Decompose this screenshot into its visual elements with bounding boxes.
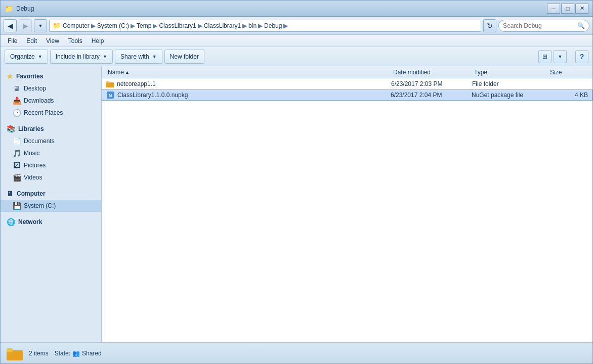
window: 📁 Debug ─ □ ✕ ◀ ▶ ▼ 📁 Computer ▶ System … (0, 0, 593, 364)
file-name-cell: netcoreapp1.1 (106, 80, 391, 88)
favorites-star-icon: ★ (7, 72, 13, 80)
status-bar: 2 items State: 👥 Shared (1, 342, 592, 363)
libraries-icon: 📚 (7, 125, 15, 133)
toolbar: Organize ▼ Include in library ▼ Share wi… (1, 47, 592, 66)
sidebar-item-system-c[interactable]: 💾 System (C:) (1, 200, 101, 212)
col-header-type[interactable]: Type (472, 69, 548, 76)
desktop-icon: 🖥 (13, 84, 21, 93)
col-header-date[interactable]: Date modified (391, 69, 472, 76)
videos-icon: 🎬 (13, 173, 21, 181)
sidebar-item-downloads[interactable]: 📥 Downloads (1, 95, 101, 107)
status-folder-icon (7, 345, 23, 361)
col-header-name[interactable]: Name ▲ (106, 69, 391, 76)
favorites-section: ★ Favorites 🖥 Desktop 📥 Downloads 🕐 Rece… (1, 70, 101, 119)
breadcrumb-drive[interactable]: System (C:) (97, 22, 129, 29)
organize-dropdown-icon: ▼ (38, 54, 43, 59)
state-value: Shared (82, 350, 102, 357)
breadcrumb-classlibrary1b[interactable]: ClassLibrary1 (204, 22, 241, 29)
documents-icon: 📄 (13, 137, 21, 145)
breadcrumb-classlibrary1[interactable]: ClassLibrary1 (159, 22, 196, 29)
file-date-cell: 6/23/2017 2:03 PM (391, 80, 472, 87)
file-type-cell: NuGet package file (472, 92, 547, 99)
menu-view[interactable]: View (42, 36, 63, 46)
file-area: Name ▲ Date modified Type Size (102, 66, 592, 342)
sidebar-item-music[interactable]: 🎵 Music (1, 147, 101, 159)
nuget-icon: N (106, 91, 114, 99)
organize-button[interactable]: Organize ▼ (5, 50, 48, 64)
menu-bar: File Edit View Tools Help (1, 35, 592, 47)
file-row[interactable]: netcoreapp1.1 6/23/2017 2:03 PM File fol… (102, 78, 592, 89)
col-header-size[interactable]: Size (548, 69, 588, 76)
share-dropdown-icon: ▼ (152, 54, 157, 59)
maximize-button[interactable]: □ (561, 4, 574, 14)
libraries-section: 📚 Libraries 📄 Documents 🎵 Music 🖼 Pictur… (1, 123, 101, 184)
file-type-cell: File folder (472, 80, 548, 87)
search-icon[interactable]: 🔍 (577, 22, 585, 29)
sidebar-item-pictures[interactable]: 🖼 Pictures (1, 159, 101, 171)
column-headers: Name ▲ Date modified Type Size (102, 66, 592, 78)
menu-edit[interactable]: Edit (22, 36, 41, 46)
forward-button[interactable]: ▶ (19, 19, 32, 32)
sidebar-item-desktop[interactable]: 🖥 Desktop (1, 82, 101, 95)
toolbar-separator (571, 51, 571, 63)
address-path[interactable]: 📁 Computer ▶ System (C:) ▶ Temp ▶ ClassL… (49, 20, 481, 32)
refresh-button[interactable]: ↻ (483, 19, 496, 32)
recent-places-icon: 🕐 (13, 109, 21, 117)
item-count: 2 items (29, 350, 49, 357)
favorites-header[interactable]: ★ Favorites (1, 70, 101, 82)
drive-icon: 💾 (13, 202, 21, 210)
sidebar-item-recent-places[interactable]: 🕐 Recent Places (1, 107, 101, 119)
help-button[interactable]: ? (575, 50, 588, 63)
file-name-cell: N ClassLibrary1.1.0.0.nupkg (106, 91, 391, 99)
new-folder-button[interactable]: New folder (164, 50, 204, 64)
window-title: Debug (16, 5, 34, 12)
computer-header[interactable]: 🖥 Computer (1, 188, 101, 200)
breadcrumb-debug[interactable]: Debug (264, 22, 282, 29)
folder-icon (106, 80, 114, 88)
search-input[interactable] (503, 22, 575, 29)
sidebar-item-videos[interactable]: 🎬 Videos (1, 171, 101, 184)
sidebar: ★ Favorites 🖥 Desktop 📥 Downloads 🕐 Rece… (1, 66, 102, 342)
view-dropdown-button[interactable]: ▼ (554, 50, 567, 63)
share-with-button[interactable]: Share with ▼ (115, 50, 162, 64)
sidebar-item-documents[interactable]: 📄 Documents (1, 135, 101, 147)
network-header[interactable]: 🌐 Network (1, 216, 101, 228)
close-button[interactable]: ✕ (575, 4, 588, 14)
music-icon: 🎵 (13, 149, 21, 157)
breadcrumb-temp[interactable]: Temp (137, 22, 151, 29)
menu-file[interactable]: File (4, 36, 21, 46)
main-content: ★ Favorites 🖥 Desktop 📥 Downloads 🕐 Rece… (1, 66, 592, 342)
file-row[interactable]: N ClassLibrary1.1.0.0.nupkg 6/23/2017 2:… (102, 89, 592, 101)
network-section: 🌐 Network (1, 216, 101, 228)
minimize-button[interactable]: ─ (547, 4, 560, 14)
downloads-icon: 📥 (13, 97, 21, 105)
breadcrumb-computer[interactable]: Computer (63, 22, 90, 29)
computer-section: 🖥 Computer 💾 System (C:) (1, 188, 101, 212)
menu-help[interactable]: Help (88, 36, 108, 46)
file-size-cell: 4 KB (547, 92, 588, 99)
title-bar-buttons: ─ □ ✕ (547, 4, 588, 14)
view-grid-button[interactable]: ⊞ (538, 50, 552, 63)
shared-icon: 👥 (72, 350, 80, 357)
breadcrumb-bin[interactable]: bin (248, 22, 257, 29)
svg-rect-1 (106, 81, 109, 83)
title-bar: 📁 Debug ─ □ ✕ (1, 1, 592, 17)
back-button[interactable]: ◀ (4, 19, 17, 32)
title-bar-left: 📁 Debug (5, 5, 34, 13)
pictures-icon: 🖼 (13, 161, 21, 169)
search-box[interactable]: 🔍 (498, 20, 589, 32)
include-in-library-button[interactable]: Include in library ▼ (50, 50, 113, 64)
state-label: State: (55, 350, 70, 357)
svg-text:N: N (109, 93, 112, 98)
menu-tools[interactable]: Tools (64, 36, 87, 46)
file-list: netcoreapp1.1 6/23/2017 2:03 PM File fol… (102, 78, 592, 342)
computer-icon: 🖥 (7, 190, 14, 198)
file-date-cell: 6/23/2017 2:04 PM (391, 92, 472, 99)
network-icon: 🌐 (7, 218, 15, 226)
svg-rect-5 (7, 348, 13, 352)
include-library-dropdown-icon: ▼ (103, 54, 107, 59)
dropdown-button[interactable]: ▼ (34, 19, 47, 32)
status-state: State: 👥 Shared (55, 350, 102, 357)
toolbar-right: ⊞ ▼ ? (538, 50, 588, 63)
libraries-header[interactable]: 📚 Libraries (1, 123, 101, 135)
